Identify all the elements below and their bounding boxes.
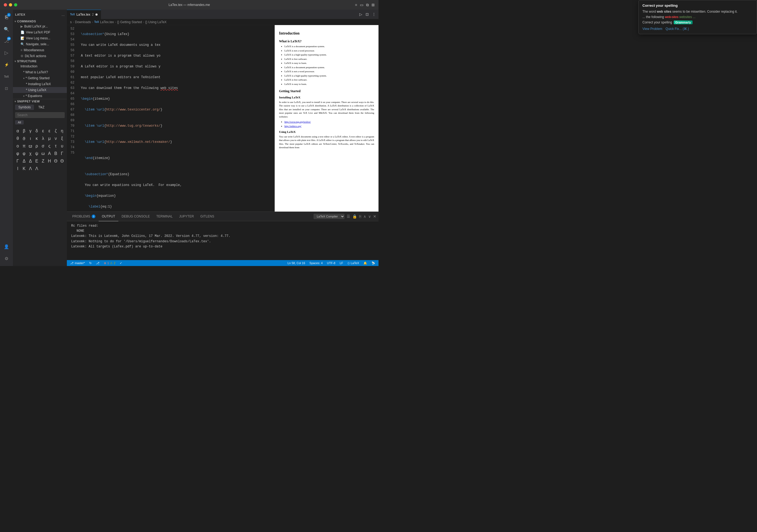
symbol-epsilon2[interactable]: ε	[47, 128, 52, 134]
build-latex-item[interactable]: ▶ Build LaTeX pr...	[13, 23, 67, 29]
symbol-chi[interactable]: χ	[28, 150, 33, 157]
symbol-theta1[interactable]: θ	[15, 135, 20, 142]
tab-symbols[interactable]: Symbols	[15, 104, 34, 110]
symbol-xi[interactable]: ξ	[60, 135, 65, 142]
installing-latex-item[interactable]: * Installing LaTeX	[13, 81, 67, 87]
symbol-upsilon[interactable]: υ	[60, 143, 65, 149]
symbol-Kappa[interactable]: Κ	[21, 165, 27, 172]
symbol-Zeta[interactable]: Ζ	[41, 158, 46, 164]
broadcast-status[interactable]: 📡	[370, 261, 376, 265]
symbol-Delta1[interactable]: Δ	[21, 158, 27, 164]
symbol-varpi[interactable]: ϖ	[28, 143, 33, 149]
symbol-varsigma[interactable]: ς	[47, 143, 52, 149]
symbol-tau[interactable]: τ	[53, 143, 58, 149]
symbol-lambda[interactable]: λ	[41, 135, 46, 142]
breadcrumb-getting-started[interactable]: {} Getting Started	[117, 20, 142, 24]
code-editor[interactable]: 52 53 54 55 56 57 58 59 60 61 62 63 64 6…	[67, 25, 274, 212]
symbol-Beta[interactable]: Β	[53, 150, 58, 157]
close-button[interactable]	[4, 3, 7, 7]
settings-activity-icon[interactable]: ⚙	[1, 253, 12, 264]
panel-icon[interactable]: ⊞	[372, 3, 375, 7]
tab-tikz[interactable]: TikZ	[35, 104, 48, 110]
run-icon[interactable]: ▷	[359, 12, 363, 17]
symbol-delta[interactable]: δ	[34, 128, 40, 134]
language-status[interactable]: ⟨⟩ LaTeX	[347, 261, 360, 265]
snippet-view-header[interactable]: ▾ SNIPPET VIEW	[13, 99, 67, 103]
symbol-mu[interactable]: μ	[47, 135, 52, 142]
commands-section-header[interactable]: ▾ COMMANDS	[13, 19, 67, 23]
symbol-Lambda2[interactable]: Λ	[34, 165, 40, 172]
equations-item[interactable]: ▾ * Equations	[13, 93, 67, 99]
misc-item[interactable]: ≡ Miscellaneous	[13, 47, 67, 53]
symbol-gamma[interactable]: γ	[28, 128, 33, 134]
view-pdf-item[interactable]: 📄 View LaTeX PDF	[13, 29, 67, 35]
errors-status[interactable]: ⊗ 1 ⚠ 2	[103, 261, 116, 265]
symbol-rho[interactable]: ρ	[34, 143, 40, 149]
tab-terminal[interactable]: TERMINAL	[153, 212, 176, 221]
symbol-phi[interactable]: φ	[15, 150, 20, 157]
source-control-activity-icon[interactable]: ⎇ 23	[1, 36, 12, 46]
copy-output-icon[interactable]: ⎘	[359, 214, 361, 219]
sidebar-more-icon[interactable]: ...	[61, 13, 65, 17]
symbol-Delta2[interactable]: Δ	[28, 158, 33, 164]
scroll-up-icon[interactable]: ∧	[363, 214, 366, 219]
symbol-omega[interactable]: ω	[41, 150, 46, 157]
tab-latex-tex[interactable]: TeX LaTex.tex 2	[67, 10, 101, 19]
git-graph-status[interactable]: ⎇	[95, 261, 101, 265]
extensions-activity-icon[interactable]: ⚡	[1, 59, 12, 70]
symbol-Gamma2[interactable]: Γ	[15, 158, 20, 164]
symbol-vartheta[interactable]: ϑ	[21, 135, 27, 142]
split-icon[interactable]: ⧉	[366, 3, 369, 7]
symbol-pi[interactable]: π	[21, 143, 27, 149]
symbol-epsilon1[interactable]: ε	[41, 128, 46, 134]
search-activity-icon[interactable]: 🔍	[1, 24, 12, 35]
symbol-Theta2[interactable]: Θ	[60, 158, 65, 164]
tab-gitlens[interactable]: GITLENS	[197, 212, 217, 221]
preview-link-miktex[interactable]: http://miktex.org/	[285, 125, 301, 128]
scroll-down-icon[interactable]: ∨	[368, 214, 371, 219]
compiler-select[interactable]: LaTeX Compiler	[314, 214, 345, 219]
tex-activity-icon[interactable]: TeX	[1, 71, 12, 82]
breadcrumb-downloads[interactable]: Downloads	[75, 20, 91, 24]
branch-status[interactable]: ⎇ master*	[69, 261, 86, 265]
breadcrumb-s[interactable]: s	[70, 20, 72, 24]
symbol-Lambda1[interactable]: Λ	[28, 165, 33, 172]
minimize-button[interactable]	[9, 3, 12, 7]
using-latex-item[interactable]: * Using LaTeX	[13, 87, 67, 93]
navigate-item[interactable]: 🔍 Navigate, sele...	[13, 41, 67, 47]
code-content[interactable]: \subsection*{Using LaTex} You can write …	[77, 25, 274, 212]
diltex-item[interactable]: ⚙ DiLTeX actions	[13, 53, 67, 59]
breadcrumb-using-latex[interactable]: {} Using LaTeX	[145, 20, 166, 24]
symbol-varphi[interactable]: φ	[21, 150, 27, 157]
symbol-Eta[interactable]: Η	[47, 158, 52, 164]
checkmark-status[interactable]: ✓	[119, 261, 123, 265]
symbol-nu[interactable]: ν	[53, 135, 58, 142]
filter-output-icon[interactable]: ☰	[347, 214, 350, 219]
getting-started-item[interactable]: ▾ * Getting Started	[13, 75, 67, 81]
tab-problems[interactable]: PROBLEMS 3	[69, 212, 99, 221]
symbol-Theta[interactable]: Θ	[53, 158, 58, 164]
run-debug-activity-icon[interactable]: ▷	[1, 47, 12, 58]
all-filter-button[interactable]: All	[15, 120, 24, 125]
symbol-eta[interactable]: η	[60, 128, 65, 134]
symbol-omicron[interactable]: ο	[15, 143, 20, 149]
symbol-Alpha[interactable]: Α	[47, 150, 52, 157]
layout-icon[interactable]: ▭	[360, 3, 363, 7]
preview-link-texlive[interactable]: http://www.tug.org/texlive/	[285, 120, 311, 123]
symbol-iota[interactable]: ι	[28, 135, 33, 142]
symbol-sigma[interactable]: σ	[41, 143, 46, 149]
more-actions-icon[interactable]: ⋮	[372, 12, 376, 17]
symbol-alpha[interactable]: α	[15, 128, 20, 134]
split-editor-icon[interactable]: ⊡	[365, 12, 369, 17]
sync-status[interactable]: ↻	[88, 261, 93, 265]
what-is-latex-item[interactable]: * What is LaTeX?	[13, 69, 67, 75]
sidebar-toggle-icon[interactable]: ⌗	[355, 3, 357, 7]
symbol-psi[interactable]: ψ	[34, 150, 40, 157]
symbol-Gamma1[interactable]: Γ	[60, 150, 65, 157]
encoding-status[interactable]: UTF-8	[326, 261, 336, 265]
account-activity-icon[interactable]: 👤	[1, 241, 12, 252]
breadcrumb-filename[interactable]: LaTex.tex	[100, 20, 114, 24]
spaces-status[interactable]: Spaces: 4	[308, 261, 324, 265]
tab-output[interactable]: OUTPUT	[99, 212, 118, 221]
introduction-item[interactable]: Introduction	[13, 63, 67, 69]
